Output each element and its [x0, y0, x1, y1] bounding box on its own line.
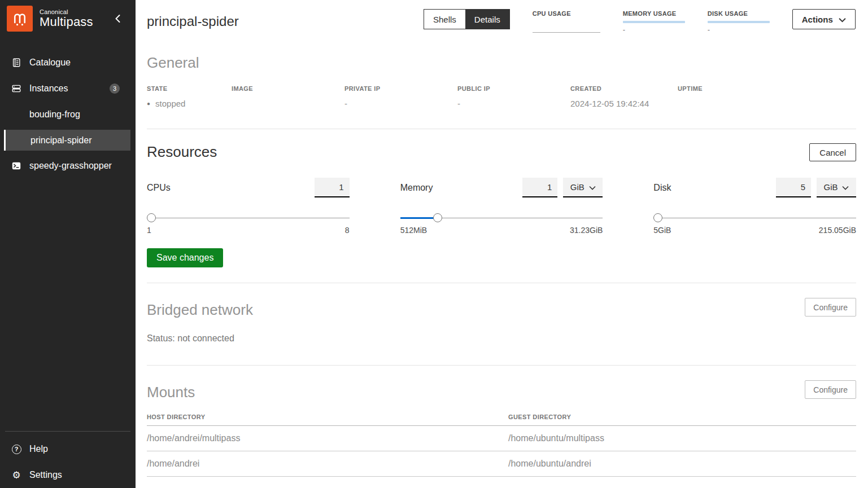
cpu-usage-block: CPU USAGE: [533, 9, 600, 33]
cpus-slider-thumb[interactable]: [147, 213, 156, 222]
instance-label: principal-spider: [30, 135, 92, 146]
general-labels-row: STATE IMAGE PRIVATE IP PUBLIC IP CREATED…: [147, 72, 856, 92]
sidebar-instance-bouding-frog[interactable]: bouding-frog: [0, 102, 136, 128]
save-changes-button[interactable]: Save changes: [147, 248, 223, 267]
sidebar-item-instances[interactable]: Instances 3: [0, 76, 136, 102]
cpus-input[interactable]: [315, 178, 350, 197]
mounts-table: HOST DIRECTORY GUEST DIRECTORY /home/and…: [147, 414, 856, 477]
tab-details[interactable]: Details: [465, 10, 509, 29]
general-heading: General: [147, 54, 856, 72]
created-label: CREATED: [570, 85, 678, 92]
sidebar-item-label: Catalogue: [29, 58, 71, 68]
actions-button[interactable]: Actions: [792, 9, 856, 29]
disk-usage-label: DISK USAGE: [708, 10, 770, 17]
private-ip-value: -: [344, 99, 457, 108]
disk-label: Disk: [653, 183, 776, 193]
guest-directory-cell: /home/ubuntu/multipass: [508, 433, 856, 443]
general-section: General STATE IMAGE PRIVATE IP PUBLIC IP…: [147, 54, 856, 129]
multipass-logo-icon: [7, 6, 33, 32]
chevron-down-icon: [839, 15, 846, 24]
memory-usage-value: -: [623, 25, 685, 34]
disk-min-label: 5GiB: [653, 226, 671, 235]
mounts-table-header: HOST DIRECTORY GUEST DIRECTORY: [147, 414, 856, 426]
memory-slider[interactable]: [400, 213, 603, 222]
main-content: principal-spider Shells Details CPU USAG…: [136, 0, 868, 477]
table-row: /home/andrei /home/ubuntu/andrei: [147, 451, 856, 477]
sidebar-item-help[interactable]: ? Help: [0, 436, 136, 462]
image-label: IMAGE: [232, 85, 344, 92]
bridged-network-status: Status: not connected: [147, 333, 856, 344]
resources-controls: CPUs 1 8 Memory: [147, 177, 856, 235]
disk-control: Disk GiB 5GiB 215.05GiB: [653, 177, 856, 235]
cpu-usage-label: CPU USAGE: [533, 10, 600, 17]
chevron-down-icon: [589, 182, 596, 192]
sidebar-footer: ? Help ⚙ Settings: [0, 431, 136, 488]
created-value: 2024-12-05 19:42:44: [570, 99, 678, 108]
disk-slider[interactable]: [653, 213, 856, 222]
cancel-button[interactable]: Cancel: [809, 143, 856, 161]
brand: Canonical Multipass: [0, 0, 136, 37]
sidebar: Canonical Multipass Catalogue: [0, 0, 136, 488]
sidebar-item-label: Instances: [29, 83, 68, 94]
cpus-min-label: 1: [147, 226, 151, 235]
disk-usage-value: -: [708, 25, 770, 34]
disk-usage-bar: [708, 21, 770, 23]
cpus-max-label: 8: [345, 226, 350, 235]
sidebar-nav: Catalogue Instances 3 bouding-frog princ…: [0, 50, 136, 179]
memory-unit-select[interactable]: GiB: [563, 178, 603, 197]
uptime-value: [678, 99, 856, 108]
section-divider: [147, 129, 856, 129]
public-ip-value: -: [457, 99, 570, 108]
uptime-label: UPTIME: [678, 85, 856, 92]
sidebar-item-settings[interactable]: ⚙ Settings: [0, 462, 136, 488]
host-directory-cell: /home/andrei: [147, 459, 508, 469]
tab-shells[interactable]: Shells: [424, 10, 465, 29]
instances-count-badge: 3: [110, 83, 120, 94]
disk-slider-thumb[interactable]: [653, 213, 662, 222]
memory-control: Memory GiB 512MiB 31.23Gi: [400, 177, 603, 235]
brand-multipass: Multipass: [40, 15, 93, 29]
cpus-slider[interactable]: [147, 213, 350, 222]
state-label: STATE: [147, 85, 232, 92]
memory-label: Memory: [400, 183, 523, 193]
instance-header: principal-spider Shells Details CPU USAG…: [147, 0, 856, 43]
disk-unit-select[interactable]: GiB: [817, 178, 856, 197]
section-divider: [147, 365, 856, 366]
host-directory-column-label: HOST DIRECTORY: [147, 414, 508, 420]
disk-max-label: 215.05GiB: [819, 226, 856, 235]
memory-input[interactable]: [522, 178, 557, 197]
instance-label: bouding-frog: [29, 109, 80, 120]
sidebar-item-label: Settings: [29, 470, 62, 480]
disk-usage-block: DISK USAGE -: [708, 9, 770, 34]
private-ip-label: PRIVATE IP: [344, 85, 457, 92]
disk-input[interactable]: [776, 178, 811, 197]
chevron-down-icon: [842, 182, 849, 192]
sidebar-instance-principal-spider[interactable]: principal-spider: [4, 130, 130, 151]
instances-icon: [11, 83, 21, 94]
configure-mounts-button[interactable]: Configure: [805, 380, 856, 399]
sidebar-instance-speedy-grasshopper[interactable]: speedy-grasshopper: [0, 153, 136, 179]
state-value: ● stopped: [147, 99, 232, 108]
mounts-heading: Mounts: [147, 384, 195, 401]
instance-label: speedy-grasshopper: [29, 161, 112, 171]
bridged-network-heading: Bridged network: [147, 301, 253, 319]
sidebar-collapse-chevron-icon[interactable]: [115, 14, 121, 23]
resources-section: Resources Cancel CPUs 1 8: [147, 143, 856, 283]
memory-min-label: 512MiB: [400, 226, 427, 235]
configure-bridged-button[interactable]: Configure: [805, 298, 856, 316]
cpu-usage-baseline: [533, 32, 600, 33]
sidebar-item-catalogue[interactable]: Catalogue: [0, 50, 136, 76]
state-dot-icon: ●: [147, 100, 150, 107]
memory-slider-thumb[interactable]: [433, 213, 442, 222]
image-value: [232, 99, 344, 108]
public-ip-label: PUBLIC IP: [457, 85, 570, 92]
view-tabs: Shells Details: [424, 9, 510, 29]
gear-icon: ⚙: [11, 471, 21, 480]
section-divider: [147, 283, 856, 283]
sidebar-footer-divider: [5, 431, 130, 432]
memory-usage-block: MEMORY USAGE -: [623, 9, 685, 34]
general-values-row: ● stopped - - 2024-12-05 19:42:44: [147, 92, 856, 108]
catalogue-icon: [11, 58, 21, 68]
terminal-icon: [11, 161, 21, 171]
guest-directory-column-label: GUEST DIRECTORY: [508, 414, 856, 420]
